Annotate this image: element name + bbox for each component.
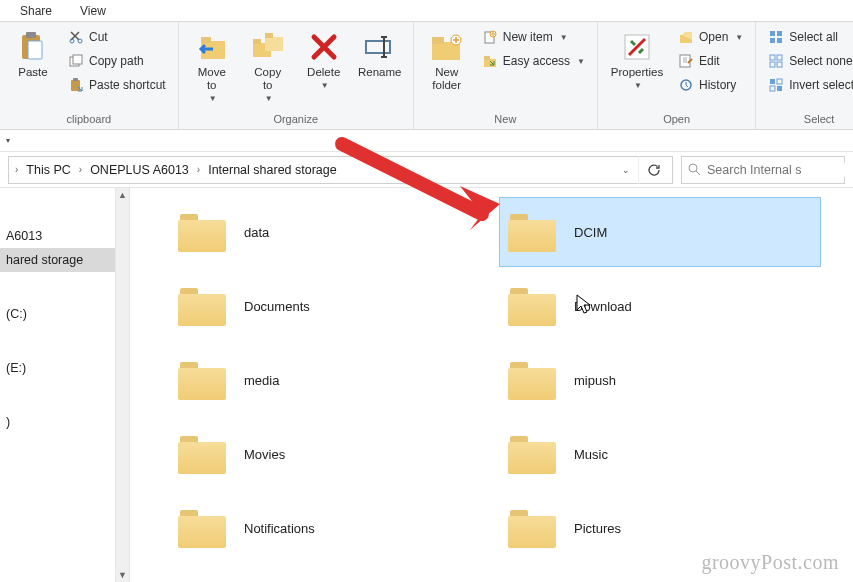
chevron-right-icon[interactable]: › xyxy=(13,164,20,175)
sidebar-item[interactable] xyxy=(0,194,129,204)
organize-group-label: Organize xyxy=(187,111,405,127)
rename-label: Rename xyxy=(358,66,401,79)
sidebar-item-storage[interactable]: hared storage xyxy=(0,248,129,272)
folder-name: Music xyxy=(574,447,608,462)
paste-shortcut-button[interactable]: Paste shortcut xyxy=(64,74,170,96)
copy-to-icon xyxy=(251,30,285,64)
open-label: Open xyxy=(699,30,728,44)
delete-button[interactable]: Delete ▼ xyxy=(299,26,349,90)
delete-icon xyxy=(307,30,341,64)
folder-name: DCIM xyxy=(574,225,607,240)
scroll-down-icon[interactable]: ▼ xyxy=(118,568,127,582)
svg-rect-13 xyxy=(265,37,283,51)
svg-rect-14 xyxy=(265,33,273,38)
new-group-label: New xyxy=(422,111,589,127)
svg-rect-6 xyxy=(73,55,82,64)
group-select: Select all Select none Invert selection … xyxy=(756,22,853,129)
easy-access-icon xyxy=(482,53,498,69)
folder-item[interactable]: Documents xyxy=(170,272,490,340)
svg-rect-38 xyxy=(777,86,782,91)
svg-rect-37 xyxy=(770,86,775,91)
scroll-up-icon[interactable]: ▲ xyxy=(118,188,127,202)
svg-point-4 xyxy=(78,39,82,43)
group-organize: Move to ▼ Copy to ▼ Delete ▼ Rename Orga… xyxy=(179,22,414,129)
history-button[interactable]: History xyxy=(674,74,747,96)
new-folder-button[interactable]: New folder xyxy=(422,26,472,92)
move-to-label: Move to xyxy=(198,66,226,92)
select-all-button[interactable]: Select all xyxy=(764,26,853,48)
chevron-down-icon: ▼ xyxy=(265,94,273,103)
cut-icon xyxy=(68,29,84,45)
folder-item[interactable]: media xyxy=(170,346,490,414)
easy-access-button[interactable]: Easy access ▼ xyxy=(478,50,589,72)
history-label: History xyxy=(699,78,736,92)
sidebar-item-drive-e[interactable]: (E:) xyxy=(0,356,129,380)
group-open: Properties ▼ Open ▼ Edit History Op xyxy=(598,22,756,129)
folder-icon xyxy=(178,212,226,252)
chevron-right-icon[interactable]: › xyxy=(77,164,84,175)
paste-button[interactable]: Paste xyxy=(8,26,58,79)
select-all-label: Select all xyxy=(789,30,838,44)
folder-item[interactable]: Download xyxy=(500,272,820,340)
folder-name: Movies xyxy=(244,447,285,462)
svg-rect-35 xyxy=(770,79,775,84)
folder-name: mipush xyxy=(574,373,616,388)
address-bar[interactable]: › This PC › ONEPLUS A6013 › Internal sha… xyxy=(8,156,673,184)
refresh-button[interactable] xyxy=(638,156,668,184)
move-to-icon xyxy=(195,30,229,64)
files-pane[interactable]: dataDCIMDocumentsDownloadmediamipushMovi… xyxy=(130,188,853,582)
sidebar-item-drive-c[interactable]: (C:) xyxy=(0,302,129,326)
folder-item[interactable]: Movies xyxy=(170,420,490,488)
svg-rect-36 xyxy=(777,79,782,84)
invert-selection-button[interactable]: Invert selection xyxy=(764,74,853,96)
new-folder-icon xyxy=(430,30,464,64)
folder-item[interactable]: mipush xyxy=(500,346,820,414)
copy-to-button[interactable]: Copy to ▼ xyxy=(243,26,293,103)
folder-icon xyxy=(508,286,556,326)
folder-name: data xyxy=(244,225,269,240)
breadcrumb-storage[interactable]: Internal shared storage xyxy=(204,163,341,177)
svg-rect-28 xyxy=(777,31,782,36)
open-group-label: Open xyxy=(606,111,747,127)
search-input[interactable] xyxy=(707,163,853,177)
folder-item[interactable]: Notifications xyxy=(170,494,490,562)
edit-icon xyxy=(678,53,694,69)
sidebar-scrollbar[interactable]: ▲ ▼ xyxy=(115,188,129,582)
address-dropdown-icon[interactable]: ⌄ xyxy=(616,165,636,175)
breadcrumb-this-pc[interactable]: This PC xyxy=(22,163,74,177)
search-box[interactable] xyxy=(681,156,845,184)
navigation-pane[interactable]: A6013 hared storage (C:) (E:) ) ▲ ▼ xyxy=(0,188,130,582)
cut-button[interactable]: Cut xyxy=(64,26,170,48)
folder-item[interactable]: DCIM xyxy=(500,198,820,266)
chevron-right-icon[interactable]: › xyxy=(195,164,202,175)
properties-button[interactable]: Properties ▼ xyxy=(606,26,668,90)
folder-name: Documents xyxy=(244,299,310,314)
breadcrumb-device[interactable]: ONEPLUS A6013 xyxy=(86,163,193,177)
main-area: A6013 hared storage (C:) (E:) ) ▲ ▼ data… xyxy=(0,188,853,582)
svg-rect-7 xyxy=(71,80,80,91)
paste-shortcut-label: Paste shortcut xyxy=(89,78,166,92)
sidebar-item[interactable]: ) xyxy=(0,410,129,434)
new-item-label: New item xyxy=(503,30,553,44)
chevron-down-icon[interactable]: ▾ xyxy=(6,136,10,145)
copy-path-icon xyxy=(68,53,84,69)
open-button[interactable]: Open ▼ xyxy=(674,26,747,48)
rename-button[interactable]: Rename xyxy=(355,26,405,79)
select-none-button[interactable]: Select none xyxy=(764,50,853,72)
folder-icon xyxy=(508,508,556,548)
folder-icon xyxy=(508,434,556,474)
copy-path-button[interactable]: Copy path xyxy=(64,50,170,72)
edit-button[interactable]: Edit xyxy=(674,50,747,72)
select-group-label: Select xyxy=(764,111,853,127)
edit-label: Edit xyxy=(699,54,720,68)
group-clipboard: Paste Cut Copy path Paste shortcut clipb… xyxy=(0,22,179,129)
folder-item[interactable]: Music xyxy=(500,420,820,488)
svg-rect-30 xyxy=(777,38,782,43)
tab-share[interactable]: Share xyxy=(6,1,66,21)
rename-icon xyxy=(363,30,397,64)
tab-view[interactable]: View xyxy=(66,1,120,21)
sidebar-item-device[interactable]: A6013 xyxy=(0,224,129,248)
move-to-button[interactable]: Move to ▼ xyxy=(187,26,237,103)
folder-item[interactable]: data xyxy=(170,198,490,266)
new-item-button[interactable]: New item ▼ xyxy=(478,26,589,48)
